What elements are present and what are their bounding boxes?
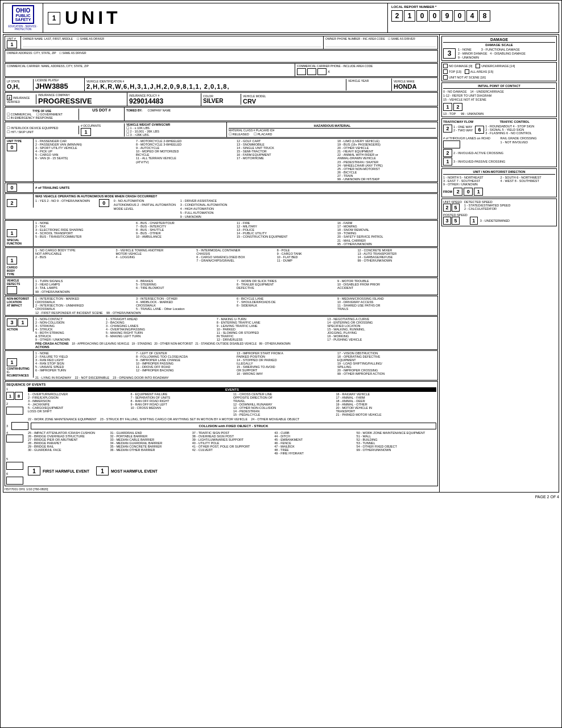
contrib-options: 1 - NONE 7 - LEFT OF CENTER 13 - IMPROPE…: [34, 351, 437, 380]
digit-8: 8: [479, 10, 490, 22]
towed-by-cell: TOWED BY: COMPANY NAME: [125, 108, 437, 121]
speed-section: UNIT SPEED 2 5 DETECTED SPEED 1 - STATED…: [441, 198, 557, 226]
non-motorist-options: 1 - INTERSECTION - MARKED 3 - INTERSECTI…: [34, 296, 437, 315]
owner-address-cell: OWNER ADDRESS: CITY, STATE, ZIP ☐ SAME A…: [5, 51, 437, 62]
digit-6: 0: [454, 10, 465, 22]
events-grid: EVENTS 1 - OVERTURN/ROLLOVER 6 - EQUIPME…: [28, 387, 436, 421]
digit-2: 1: [404, 10, 415, 22]
traffic-section: TRAFFICWAY FLOW TRAFFIC CONTROL 2 1 - ON…: [441, 118, 557, 167]
special-function-value: 1: [7, 229, 17, 237]
digit-4: 0: [429, 10, 440, 22]
first-harmful: 1: [28, 466, 40, 475]
form-number: HSY7001 OH1 1/10 [760-0820]: [5, 487, 438, 491]
mode-value-box: 0: [99, 199, 109, 207]
unit-title: UNIT: [65, 7, 121, 28]
through-lanes-cell: # of THROUGH LANES on ROAD: [443, 136, 498, 148]
action-box: 3 1 ACTION: [5, 317, 34, 332]
model-value: CRV: [243, 98, 436, 105]
first-harmful-label: FIRST HARMFUL EVENT: [43, 469, 89, 473]
damage-label: DAMAGE: [443, 38, 555, 43]
lp-state-cell: LP STATE O,H,: [5, 79, 34, 90]
posted-d2: 5: [452, 217, 460, 225]
posted-val2: 1: [470, 217, 478, 225]
control-val: 6: [475, 126, 484, 134]
right-panel: DAMAGE DAMAGE SCALE 3 1 - NONE 3 - FUNCT…: [440, 34, 559, 493]
fixed-object-header: COLLISION with FIXED OBJECT - STRUCK: [31, 423, 436, 429]
insurance-verified-box: 2: [7, 95, 12, 100]
vehicle-make-value: HONDA: [394, 83, 436, 90]
crossing-val1: 2: [443, 149, 452, 157]
insurance-company-value: PROGRESSIVE: [38, 97, 125, 105]
crossing-val2: 1: [443, 158, 452, 166]
trafficway-flow-cell: TRAFFICWAY FLOW: [443, 120, 499, 123]
commercial-carrier-cell: COMMERCIAL CARRIER: NAME, ADDRESS, CITY,…: [5, 64, 295, 76]
cargo-body-label: CARGOBODYTYPE: [7, 266, 31, 276]
damage-value: 3: [443, 48, 456, 59]
action-options: 1 - NON-CONTACT 2 - NON-COLLISION 3 - ST…: [34, 317, 437, 349]
speed-d1: 2: [443, 204, 451, 212]
all-areas-checkbox: [465, 69, 469, 74]
digit-1: 2: [391, 10, 403, 22]
license-plate-cell: LICENSE PLATE# JHW3885: [34, 78, 85, 91]
cargo-options: 1 - NO CARGO BODY TYPE 3 - VEHICLE TOWIN…: [34, 248, 437, 276]
event1-val2: 8: [15, 392, 23, 400]
cargo-value: 1: [7, 257, 17, 264]
flow-val: 2: [443, 125, 452, 133]
unit-direction-section: UNIT / NON-MOTORIST DIRECTION 1 - NORTH …: [441, 168, 557, 197]
insurance-cell: 2 INSURANCE VERIFIED: [5, 94, 36, 104]
no-damage-checkbox: [443, 64, 448, 68]
undercarriage-checkbox: [476, 64, 480, 68]
speed-d2: 5: [452, 204, 460, 212]
contrib-box: 1 CONTRI-BUTINGC-RCUMSTANCES: [5, 351, 34, 378]
vin-value: 2,H,K,R,W,6,H,3,1,J,H,2,0,9,8,1,1, 2,0,1…: [86, 83, 344, 90]
occupants-cell: # OCCUPANTS 1: [79, 123, 125, 136]
trailing-units-value: 0: [7, 184, 17, 192]
top-checkbox: [443, 69, 448, 74]
from-val2: 0: [464, 188, 473, 196]
carrier-phone-cell: COMMERCIAL CARRIER PHONE - INCLUDE AREA …: [295, 64, 437, 76]
posted-speed-cell: POSTED SPEED 3 5: [443, 213, 468, 225]
ohio-dept3: EDUCATION · SERVICE · PROTECTION: [5, 25, 41, 31]
traffic-control-cell: TRAFFIC CONTROL: [500, 120, 556, 123]
page-footer: PAGE 2 OF 4: [3, 493, 559, 499]
license-plate-value: JHW3885: [35, 82, 82, 90]
unit-num-box: UNIT # 1: [5, 36, 21, 49]
defects-options: 1 - TURN SIGNALS 4 - BRAKES 7 - WORN OR …: [34, 279, 437, 294]
type-use-cell: TYPE OF USE ☐ COMMERCIAL ☐ GOVERNMENT ☐ …: [5, 109, 79, 120]
contact-label: INITIAL POINT OF CONTACT: [443, 84, 555, 89]
contact-val1: 1: [443, 103, 452, 111]
interlock-cell: ☐ INTERLOCK DEVICE EQUIPPED ☐ HIT / SKIP…: [5, 126, 79, 134]
trailing-units-label: # of TRAILING UNITS: [34, 185, 71, 190]
owner-phone-cell: OWNER PHONE NUMBER - INC AREA CODE ☐ SAM…: [324, 36, 437, 49]
digit-7: 4: [466, 10, 478, 22]
events-header: EVENTS: [28, 387, 436, 392]
color-cell: COLOR SILVER: [201, 94, 241, 105]
contrib-value: 1: [7, 358, 17, 366]
contact-section: INITIAL POINT OF CONTACT 0 - NO DAMAGE 1…: [441, 82, 557, 117]
main-page: OHIO PUBLIC SAFETY EDUCATION · SERVICE ·…: [0, 0, 562, 728]
defects-box: VEHICLE DEFECTS: [5, 278, 34, 295]
unit-number: 1: [52, 14, 56, 22]
crossing-section: 2 2 - INVOLVED-ACTIVE CROSSING 1 3 - INV…: [443, 149, 555, 166]
report-number-cells: 2 1 0 0 9 0 4 8: [391, 10, 555, 22]
most-harmful: 1: [96, 466, 109, 475]
ohio-dept1: PUBLIC: [15, 14, 30, 18]
digit-5: 9: [441, 10, 453, 22]
report-number-section: LOCAL REPORT NUMBER * 2 1 0 0 9 0 4 8: [388, 3, 559, 32]
special-function-label: SPECIALFUNCTION: [7, 238, 31, 245]
vehicle-make-cell: VEHICLE MAKE HONDA: [392, 79, 437, 90]
report-number-label: LOCAL REPORT NUMBER *: [391, 5, 555, 9]
event1-val1: 1: [6, 392, 14, 400]
from-val3: 1: [474, 188, 483, 196]
usdot-cell: US DOT #: [79, 107, 125, 121]
special-function-options: 1 - NONE 6 - BUS - CHARTER/TOUR 11 - FIR…: [34, 221, 437, 246]
autonomous-options: WAS VEHICLE OPERATING IN AUTONOMOUS MODE…: [34, 194, 437, 219]
trailing-units-box: 0: [5, 183, 34, 192]
action-value2: 1: [18, 318, 28, 326]
policy-cell: INSURANCE POLICY # 929014483: [127, 93, 201, 106]
action-value: 3: [7, 318, 17, 326]
ohio-state: OHIO: [16, 7, 31, 14]
policy-value: 929014483: [129, 97, 199, 105]
sequence-events-section: SEQUENCE OF EVENTS 1 1 8 2 EVENTS: [5, 381, 438, 486]
damage-section: DAMAGE DAMAGE SCALE 3 1 - NONE 3 - FUNCT…: [441, 36, 557, 61]
